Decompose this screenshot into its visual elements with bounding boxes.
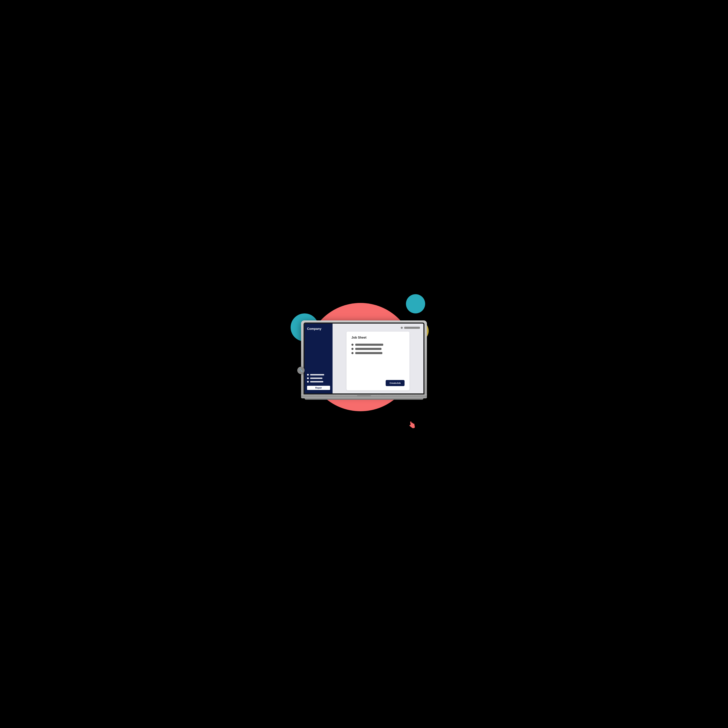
form-row-dot-1 xyxy=(352,344,353,346)
scene: 1 🔧 Company xyxy=(285,286,443,443)
nav-item-3[interactable] xyxy=(307,381,330,382)
sidebar-nav xyxy=(307,374,330,382)
cursor-hand xyxy=(408,421,415,430)
sidebar-logo: Company xyxy=(307,327,330,331)
create-job-button[interactable]: CreateJob xyxy=(386,380,405,386)
nav-item-2[interactable] xyxy=(307,377,330,379)
decorative-teal-circle-top-right xyxy=(406,294,425,314)
laptop-screen: Company xyxy=(304,324,424,393)
nav-dot-1 xyxy=(307,374,309,376)
wrench-badge: 🔧 xyxy=(297,367,304,374)
nav-line-1 xyxy=(310,374,324,375)
form-row-2 xyxy=(352,348,405,350)
form-row-dot-2 xyxy=(352,348,353,350)
laptop-bezel: Company xyxy=(304,323,424,395)
form-row-line-1 xyxy=(355,344,383,346)
main-content: Job Sheet xyxy=(333,324,424,393)
nav-line-2 xyxy=(310,378,323,379)
wrench-icon: 🔧 xyxy=(299,369,303,372)
nav-item-1[interactable] xyxy=(307,374,330,376)
form-row-line-3 xyxy=(355,352,382,354)
nav-dot-3 xyxy=(307,381,309,382)
form-row-3 xyxy=(352,352,405,354)
job-sheet-title: Job Sheet xyxy=(352,336,405,340)
laptop-foot xyxy=(304,398,424,400)
laptop-outer-frame: Company xyxy=(301,320,427,395)
laptop-base xyxy=(301,395,427,398)
form-row-1 xyxy=(352,344,405,346)
top-bar-line xyxy=(404,327,420,329)
job-sheet-card: Job Sheet xyxy=(347,332,410,390)
form-row-line-2 xyxy=(355,348,381,350)
top-bar xyxy=(336,327,420,329)
nav-dot-2 xyxy=(307,377,309,379)
sidebar: Company xyxy=(304,324,333,393)
top-bar-dot xyxy=(401,327,403,329)
form-row-dot-3 xyxy=(352,352,353,354)
laptop: Company xyxy=(301,320,427,400)
repair-badge[interactable]: Repair xyxy=(307,386,330,390)
nav-line-3 xyxy=(310,381,323,382)
form-rows xyxy=(352,344,405,354)
